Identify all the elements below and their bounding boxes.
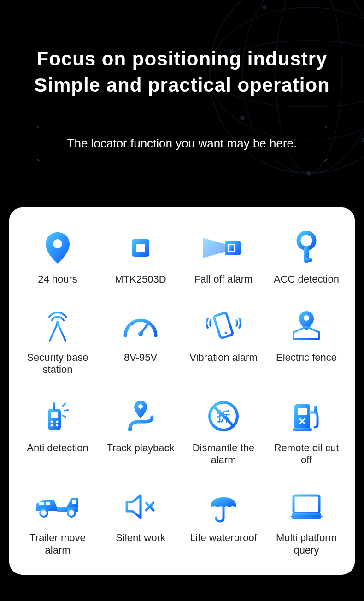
hero-subtitle: The locator function you want may be her… — [67, 136, 297, 150]
svg-marker-28 — [203, 238, 226, 258]
feature-life-waterproof: Life waterproof — [184, 489, 263, 556]
svg-rect-81 — [294, 495, 319, 513]
feature-label: Track playback — [106, 442, 174, 454]
hero-subtitle-box: The locator function you want may be her… — [37, 126, 327, 161]
feature-label: ACC detection — [274, 273, 339, 285]
feature-trailer-move-alarm: Trailer move alarm — [18, 489, 97, 556]
svg-rect-82 — [292, 513, 321, 517]
hero-title: Focus on positioning industry Simple and… — [14, 46, 350, 98]
feature-security-base-station: Security base station — [18, 309, 97, 376]
features-card: 24 hours MTK2503D — [9, 207, 355, 575]
svg-line-57 — [65, 410, 68, 411]
antenna-icon — [43, 309, 72, 343]
svg-line-37 — [58, 323, 65, 341]
laptop-icon — [287, 489, 326, 524]
svg-rect-49 — [48, 409, 61, 430]
feature-track-playback: Track playback — [101, 399, 180, 466]
svg-point-44 — [138, 331, 143, 336]
svg-point-13 — [53, 239, 62, 248]
feature-label: Vibration alarm — [189, 352, 258, 364]
svg-point-73 — [68, 509, 75, 517]
feature-remote-oil-cutoff: Remote oil cut off — [267, 399, 346, 466]
svg-rect-31 — [229, 245, 234, 251]
feature-label: Multi platform query — [267, 532, 346, 556]
vibrate-phone-icon — [206, 309, 241, 343]
fuel-pump-icon — [290, 399, 323, 434]
svg-point-32 — [299, 233, 314, 248]
feature-label: Silent work — [116, 532, 165, 544]
feature-8v-95v: 8V-95V — [101, 309, 180, 376]
svg-point-52 — [56, 421, 59, 423]
walkie-talkie-icon — [41, 399, 74, 434]
feature-label: Electric fence — [276, 352, 337, 364]
feature-label: Anti detection — [27, 442, 88, 454]
feature-acc-detection: ACC detection — [267, 230, 346, 285]
svg-rect-65 — [298, 408, 307, 415]
tow-truck-icon — [35, 489, 81, 524]
feature-label: 24 hours — [38, 273, 77, 285]
key-icon — [294, 230, 319, 265]
feature-vibration-alarm: Vibration alarm — [184, 309, 263, 376]
feature-label: Security base station — [18, 352, 97, 376]
svg-rect-66 — [293, 428, 312, 431]
svg-point-72 — [40, 509, 47, 517]
svg-point-59 — [138, 404, 143, 409]
svg-point-54 — [56, 424, 59, 427]
umbrella-icon — [208, 489, 239, 524]
feature-mtk2503d: MTK2503D — [101, 230, 180, 285]
route-pin-icon — [124, 399, 157, 434]
gauge-icon — [123, 309, 159, 343]
feature-label: Fall off alarm — [194, 273, 253, 285]
svg-point-51 — [51, 421, 53, 423]
svg-line-56 — [63, 403, 65, 406]
svg-rect-74 — [39, 502, 44, 505]
feature-dismantle-alarm: 拆 Dismantle the alarm — [184, 399, 263, 466]
svg-rect-50 — [51, 412, 58, 418]
feature-silent-work: Silent work — [101, 489, 180, 556]
feature-label: Remote oil cut off — [267, 442, 346, 466]
svg-rect-15 — [136, 244, 145, 252]
feature-label: Dismantle the alarm — [184, 442, 263, 466]
location-pin-icon — [44, 230, 71, 265]
feature-label: Life waterproof — [190, 532, 257, 544]
hero-line-2: Simple and practical operation — [34, 74, 329, 96]
svg-rect-71 — [72, 500, 76, 504]
svg-rect-34 — [304, 258, 312, 262]
svg-rect-55 — [53, 402, 55, 410]
feature-anti-detection: Anti detection — [18, 399, 97, 466]
feature-multi-platform-query: Multi platform query — [267, 489, 346, 556]
projector-icon — [203, 230, 244, 265]
svg-rect-75 — [46, 502, 50, 505]
features-grid: 24 hours MTK2503D — [18, 230, 346, 556]
feature-fall-off-alarm: Fall off alarm — [184, 230, 263, 285]
feature-electric-fence: Electric fence — [267, 309, 346, 376]
mute-icon — [124, 489, 157, 524]
svg-text:拆: 拆 — [217, 409, 230, 424]
svg-point-46 — [224, 331, 227, 334]
chip-icon — [124, 230, 157, 265]
svg-rect-45 — [214, 312, 233, 338]
geo-fence-icon — [290, 309, 323, 343]
dismantle-icon: 拆 — [208, 399, 239, 434]
svg-line-58 — [63, 415, 65, 417]
hero-line-1: Focus on positioning industry — [37, 48, 328, 70]
feature-label: Trailer move alarm — [18, 532, 97, 556]
feature-24-hours: 24 hours — [18, 230, 97, 285]
svg-rect-67 — [314, 406, 317, 412]
feature-label: 8V-95V — [124, 352, 157, 364]
feature-label: MTK2503D — [115, 273, 166, 285]
svg-point-47 — [304, 315, 309, 321]
svg-point-53 — [51, 424, 53, 427]
svg-point-60 — [128, 427, 132, 431]
svg-line-36 — [50, 323, 58, 341]
